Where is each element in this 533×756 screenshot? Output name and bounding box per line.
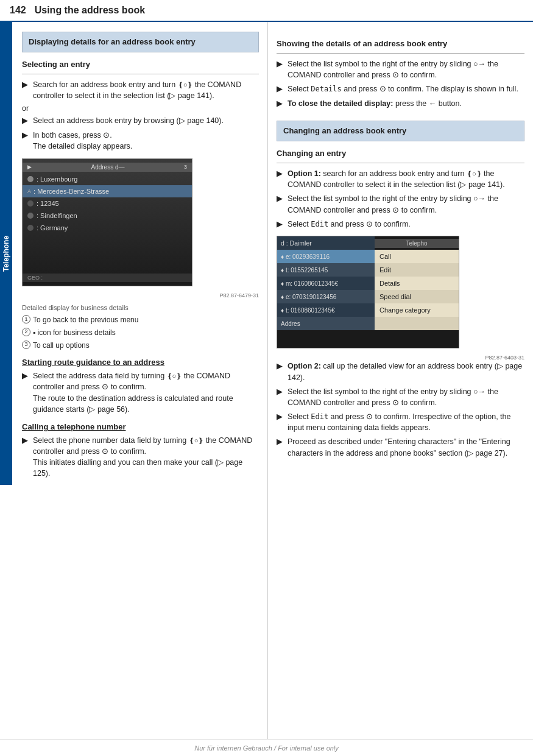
bullet-arrow: ▶ bbox=[277, 168, 285, 180]
left-column: Displaying details for an address book e… bbox=[12, 22, 268, 739]
page-number: 142 bbox=[10, 5, 26, 16]
bullet-text: In both cases, press ⊙.The detailed disp… bbox=[33, 130, 259, 152]
legend-circle-3: 3 bbox=[22, 341, 30, 349]
legend-item: 3 To call up options bbox=[22, 341, 259, 351]
bullet-text: Select an address book entry by browsing… bbox=[33, 115, 259, 126]
house-icon bbox=[27, 213, 34, 219]
bullet-item: ▶ In both cases, press ⊙.The detailed di… bbox=[22, 130, 259, 152]
bullet-arrow: ▶ bbox=[277, 436, 285, 448]
selecting-entry-title: Selecting an entry bbox=[22, 60, 259, 69]
bullet-item: ▶ Select the address data field by turni… bbox=[22, 370, 259, 415]
bullet-item: ▶ Select Edit and press ⊙ to confirm. Ir… bbox=[277, 411, 524, 434]
screen-text: : Germany bbox=[37, 224, 68, 231]
divider1 bbox=[22, 74, 259, 74]
screen2-row: ♦ e: 0703190123456 Speed dial bbox=[277, 290, 459, 303]
bullet-arrow: ▶ bbox=[277, 361, 285, 372]
screen-text: : Luxembourg bbox=[37, 175, 77, 183]
legend-circle-2: 2 bbox=[22, 328, 30, 336]
screenshot-2: d : Daimler Telepho ♦ e: 00293639116 Cal… bbox=[277, 236, 459, 348]
screen2-left: ♦ t: 01552265145 bbox=[277, 263, 375, 277]
screen-row: : Luxembourg bbox=[23, 173, 192, 185]
screen2-right: Speed dial bbox=[375, 290, 459, 303]
screen-top-bar: ▶ Address d— 3 bbox=[23, 163, 192, 172]
legend-num: Detailed display for business details bbox=[22, 303, 129, 313]
section-header-box-left: Displaying details for an address book e… bbox=[22, 32, 259, 52]
calling-title: Calling a telephone number bbox=[22, 422, 259, 431]
bullet-item: ▶ Select the list symbol to the right of… bbox=[277, 193, 524, 215]
photo-ref-2: P82.87-6403-31 bbox=[277, 355, 524, 361]
bullet-arrow: ▶ bbox=[277, 219, 285, 230]
bullet-text: Proceed as described under "Entering cha… bbox=[288, 436, 524, 458]
bullet-item: ▶ Select an address book entry by browsi… bbox=[22, 115, 259, 127]
changing-section: Changing an address book entry Changing … bbox=[277, 121, 524, 230]
bullet-arrow: ▶ bbox=[22, 130, 30, 141]
section-header-box-right: Changing an address book entry bbox=[277, 121, 524, 141]
bullet-arrow: ▶ bbox=[277, 83, 285, 95]
screen2-left-highlight: ♦ e: 00293639116 bbox=[277, 250, 375, 263]
bullet-item: ▶ Select the list symbol to the right of… bbox=[277, 58, 524, 80]
page-title: Using the address book bbox=[35, 5, 145, 16]
city-icon bbox=[27, 225, 34, 231]
screen2-row: ♦ t: 01552265145 Edit bbox=[277, 263, 459, 277]
screen2-left: ♦ e: 0703190123456 bbox=[277, 290, 375, 303]
bullet-text: Select the list symbol to the right of t… bbox=[288, 193, 524, 215]
screen-text: : Sindelfingen bbox=[37, 212, 77, 219]
bullet-item: ▶ Select the phone number data field by … bbox=[22, 435, 259, 479]
bullet-arrow: ▶ bbox=[277, 411, 285, 423]
screen2-inner: d : Daimler Telepho ♦ e: 00293639116 Cal… bbox=[277, 236, 459, 348]
bullet-arrow: ▶ bbox=[22, 79, 30, 91]
bullet-text: Select the list symbol to the right of t… bbox=[288, 386, 524, 408]
bullet-item: ▶ Search for an address book entry and t… bbox=[22, 79, 259, 101]
screen-row-highlight: A : Mercedes-Benz-Strasse bbox=[23, 185, 192, 197]
screen2-right: Edit bbox=[375, 263, 459, 277]
legend-item: Detailed display for business details bbox=[22, 303, 259, 313]
bullet-text: Search for an address book entry and tur… bbox=[33, 79, 259, 101]
side-tab: Telephone bbox=[0, 22, 12, 485]
screen2-row: ♦ t: 016086012345€ Change category bbox=[277, 303, 459, 317]
screen-text: : 12345 bbox=[37, 200, 59, 207]
bullet-text: Select Edit and press ⊙ to confirm. bbox=[288, 219, 524, 230]
bullet-item: ▶ Select Details and press ⊙ to confirm.… bbox=[277, 83, 524, 95]
screen2-left: Addres bbox=[277, 317, 375, 330]
screen2-left: ♦ m: 016086012345€ bbox=[277, 277, 375, 290]
legend-text: To call up options bbox=[33, 341, 90, 351]
bullet-arrow: ▶ bbox=[22, 115, 30, 127]
bullet-item: ▶ To close the detailed display: press t… bbox=[277, 98, 524, 110]
screenshot-1: ▶ Address d— 3 : Luxembourg A : Mercedes… bbox=[22, 158, 192, 286]
bullet-arrow: ▶ bbox=[277, 386, 285, 398]
content-wrapper: Displaying details for an address book e… bbox=[0, 22, 533, 739]
changing-entry-title: Changing an entry bbox=[277, 149, 524, 158]
screen-row: : Sindelfingen bbox=[23, 210, 192, 222]
screen2-row-highlight: ♦ e: 00293639116 Call bbox=[277, 250, 459, 263]
bullet-text: Select the address data field by turning… bbox=[33, 370, 259, 415]
screen-text: : Mercedes-Benz-Strasse bbox=[34, 188, 109, 195]
screen2-right bbox=[375, 317, 459, 330]
bullet-text: To close the detailed display: press the… bbox=[288, 98, 524, 109]
bullet-text: Select the phone number data field by tu… bbox=[33, 435, 259, 479]
screen2-right: Change category bbox=[375, 303, 459, 317]
bullet-item: ▶ Select the list symbol to the right of… bbox=[277, 386, 524, 408]
bullet-item: ▶ Option 2: call up the detailed view fo… bbox=[277, 361, 524, 383]
screen2-left: d : Daimler bbox=[277, 236, 375, 250]
bullet-text: Select Edit and press ⊙ to confirm. Irre… bbox=[288, 411, 524, 434]
bullet-item: ▶ Option 1: search for an address book e… bbox=[277, 168, 524, 190]
bullet-arrow: ▶ bbox=[22, 435, 30, 447]
legend-circle-1: 1 bbox=[22, 315, 30, 323]
bullet-arrow: ▶ bbox=[277, 193, 285, 205]
right-column: Showing the details of an address book e… bbox=[268, 22, 533, 739]
bullet-arrow: ▶ bbox=[277, 58, 285, 70]
screen-label-top: Address d— bbox=[91, 164, 124, 171]
screen2-row: Addres bbox=[277, 317, 459, 330]
showing-details-title: Showing the details of an address book e… bbox=[277, 39, 524, 48]
num-icon: A bbox=[27, 188, 31, 194]
flag-icon bbox=[27, 176, 34, 182]
bullet-text: Option 1: search for an address book ent… bbox=[288, 168, 524, 190]
bullet-text: Select the list symbol to the right of t… bbox=[288, 58, 524, 80]
legend-item: 1 To go back to the previous menu bbox=[22, 315, 259, 325]
screen2-left: ♦ t: 016086012345€ bbox=[277, 303, 375, 317]
bullet-arrow: ▶ bbox=[22, 370, 30, 382]
legend-section: Detailed display for business details 1 … bbox=[22, 303, 259, 351]
screen2-right: Call bbox=[375, 250, 459, 263]
photo-ref-1: P82.87-6479-31 bbox=[22, 292, 259, 299]
screen2-row: d : Daimler Telepho bbox=[277, 236, 459, 250]
